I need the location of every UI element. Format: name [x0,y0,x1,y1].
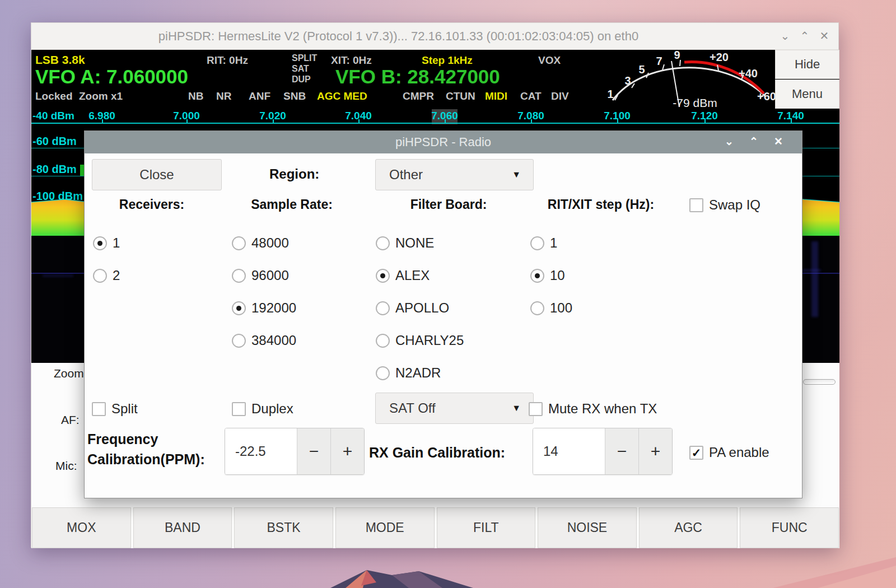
radio-button[interactable] [376,269,390,283]
vfo-b-frequency[interactable]: VFO B: 28.427000 [335,66,500,88]
radio-option-receivers-1[interactable]: 1 [93,235,120,251]
menu-button[interactable]: Menu [775,80,839,109]
cat-label[interactable]: CAT [520,90,542,102]
af-slider-label: AF: [61,413,80,427]
filter-board-header: Filter Board: [393,197,505,212]
checkbox-icon[interactable] [232,402,246,416]
sat-label[interactable]: SAT [292,64,309,74]
freq-cal-increment-button[interactable]: + [330,428,364,474]
rx-gain-increment-button[interactable]: + [638,428,672,474]
svg-text:3: 3 [624,74,631,87]
dialog-maximize-icon[interactable]: ⌃ [746,131,762,153]
window-titlebar[interactable]: piHPSDR: HermesLite V2 (Protocol 1 v7.3)… [31,23,838,50]
dialog-shade-icon[interactable]: ⌄ [721,131,737,153]
radio-button[interactable] [232,301,246,315]
dialog-titlebar[interactable]: piHPSDR - Radio ⌄ ⌃ ✕ [85,131,802,153]
hide-button[interactable]: Hide [775,50,839,79]
radio-option-charly25[interactable]: CHARLY25 [376,333,464,348]
checkbox-check-icon[interactable]: ✓ [689,446,703,460]
s-meter: 1 3 5 7 9 +20 +40 +60 -79 dBm [603,51,776,109]
zoom-x1-label[interactable]: Zoom x1 [79,90,123,102]
duplex-checkbox[interactable]: Duplex [232,401,293,417]
radio-button[interactable] [530,301,544,315]
rit-label[interactable]: RIT: 0Hz [207,54,248,67]
window-close-icon[interactable]: ✕ [816,23,833,50]
radio-button[interactable] [376,301,390,315]
radio-button[interactable] [232,269,246,283]
dup-label[interactable]: DUP [292,74,311,85]
freq-cal-label-line2: Calibration(PPM): [87,451,205,468]
radio-button[interactable] [376,366,390,380]
rx-gain-spinner[interactable]: 14 − + [533,428,673,475]
radio-option-rit-1[interactable]: 1 [530,235,557,251]
cmpr-label[interactable]: CMPR [403,90,434,102]
region-dropdown[interactable]: Other ▼ [375,159,534,190]
mode-filter-label[interactable]: LSB 3.8k [35,53,85,67]
checkbox-icon[interactable] [689,198,703,212]
rx-gain-value[interactable]: 14 [533,428,605,474]
func-button[interactable]: FUNC [740,507,839,548]
vfo-a-frequency[interactable]: VFO A: 7.060000 [35,66,188,88]
xit-label[interactable]: XIT: 0Hz [331,54,372,67]
midi-label[interactable]: MIDI [485,90,507,102]
radio-button[interactable] [232,236,246,250]
window-shade-icon[interactable]: ⌄ [777,23,794,50]
agc-med-label[interactable]: AGC MED [317,90,367,102]
radio-button[interactable] [93,269,107,283]
window-title: piHPSDR: HermesLite V2 (Protocol 1 v7.3)… [31,23,766,50]
radio-option-384000[interactable]: 384000 [232,333,296,348]
radio-dialog: piHPSDR - Radio ⌄ ⌃ ✕ Close Region: Othe… [84,130,802,498]
mode-button[interactable]: MODE [335,507,435,548]
freq-cal-spinner[interactable]: -22.5 − + [225,428,365,475]
freq-cal-label-line1: Frequency [87,431,158,447]
radio-option-alex[interactable]: ALEX [376,268,430,283]
radio-button[interactable] [530,269,544,283]
split-checkbox[interactable]: Split [92,401,138,417]
freq-cal-value[interactable]: -22.5 [225,428,297,474]
noise-button[interactable]: NOISE [538,507,637,548]
radio-button[interactable] [93,236,107,250]
vox-label[interactable]: VOX [538,54,561,67]
radio-option-none[interactable]: NONE [376,235,434,251]
split-label[interactable]: SPLIT [292,53,317,63]
dialog-title: piHPSDR - Radio [85,131,802,153]
radio-option-rit-10[interactable]: 10 [530,268,565,283]
radio-button[interactable] [376,236,390,250]
bstk-button[interactable]: BSTK [234,507,333,548]
anf-label[interactable]: ANF [249,90,270,102]
ctun-label[interactable]: CTUN [446,90,475,102]
step-label[interactable]: Step 1kHz [422,54,473,67]
svg-text:7: 7 [656,55,662,67]
region-label: Region: [269,166,319,182]
radio-option-192000[interactable]: 192000 [232,300,296,316]
radio-option-apollo[interactable]: APOLLO [376,300,449,316]
radio-button[interactable] [530,236,544,250]
radio-option-48000[interactable]: 48000 [232,235,289,251]
pa-enable-checkbox[interactable]: ✓ PA enable [689,445,769,460]
zoom-slider[interactable] [803,379,836,385]
filt-button[interactable]: FILT [437,507,536,548]
radio-option-96000[interactable]: 96000 [232,268,289,283]
snb-label[interactable]: SNB [283,90,306,102]
radio-option-rit-100[interactable]: 100 [530,300,572,316]
checkbox-icon[interactable] [92,402,106,416]
div-label[interactable]: DIV [551,90,569,102]
window-maximize-icon[interactable]: ⌃ [796,23,813,50]
radio-option-receivers-2[interactable]: 2 [93,268,120,283]
sat-dropdown[interactable]: SAT Off ▼ [375,393,534,424]
agc-button[interactable]: AGC [639,507,738,548]
nb-label[interactable]: NB [188,90,203,102]
close-button[interactable]: Close [92,159,222,190]
dialog-close-icon[interactable]: ✕ [771,131,786,153]
radio-button[interactable] [232,334,246,348]
radio-button[interactable] [376,334,390,348]
mox-button[interactable]: MOX [32,507,131,548]
freq-cal-decrement-button[interactable]: − [297,428,330,474]
swap-iq-checkbox[interactable]: Swap IQ [689,197,760,213]
checkbox-icon[interactable] [529,402,543,416]
band-button[interactable]: BAND [133,507,232,548]
rx-gain-decrement-button[interactable]: − [605,428,638,474]
mute-rx-checkbox[interactable]: Mute RX when TX [529,401,657,417]
radio-option-n2adr[interactable]: N2ADR [376,365,441,381]
nr-label[interactable]: NR [216,90,231,102]
